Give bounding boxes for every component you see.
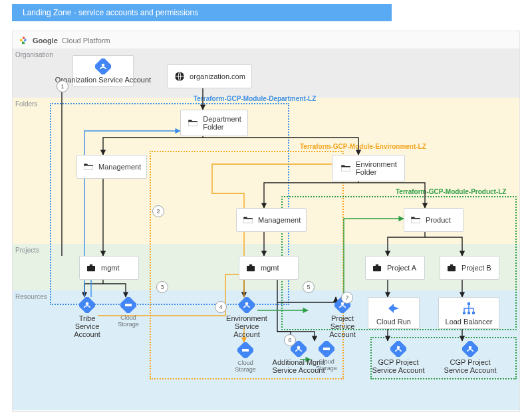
folder-icon bbox=[82, 161, 94, 173]
svg-rect-43 bbox=[467, 312, 470, 314]
load-balancer-icon bbox=[461, 300, 477, 316]
svg-rect-19 bbox=[87, 266, 95, 271]
project-icon bbox=[446, 262, 458, 274]
node-label: Product bbox=[426, 216, 451, 224]
folder-icon bbox=[410, 214, 422, 226]
module-label-department: Terraform-GCP-Module-Department-LZ bbox=[194, 95, 316, 102]
node-project-b: Project B bbox=[440, 256, 499, 280]
node-label: organization.com bbox=[190, 72, 245, 80]
node-label: Project A bbox=[387, 264, 416, 272]
node-label: Cloud Storage bbox=[316, 358, 337, 371]
step-5: 5 bbox=[303, 281, 315, 293]
gcp-logo-icon bbox=[18, 35, 29, 46]
node-label: Environment Service Account bbox=[223, 314, 271, 338]
node-label: Cloud Storage bbox=[118, 314, 139, 328]
svg-rect-42 bbox=[463, 312, 466, 314]
service-account-icon bbox=[79, 297, 95, 313]
node-label: Environment Folder bbox=[356, 160, 397, 176]
svg-rect-25 bbox=[448, 266, 456, 271]
node-cgp-project-sa: CGP Project Service Account bbox=[444, 341, 497, 374]
svg-rect-14 bbox=[189, 122, 198, 126]
node-label: CGP Project Service Account bbox=[444, 358, 497, 374]
folder-icon bbox=[242, 214, 254, 226]
service-account-icon bbox=[239, 297, 255, 313]
cloud-storage-icon bbox=[237, 342, 253, 358]
svg-rect-34 bbox=[242, 349, 249, 352]
node-mgmt-left: mgmt bbox=[79, 256, 139, 280]
node-project-a: Project A bbox=[365, 256, 425, 280]
node-load-balancer: Load Balancer bbox=[438, 297, 499, 329]
step-1: 1 bbox=[57, 80, 68, 92]
band-label-organisation: Organisation bbox=[15, 51, 53, 58]
service-account-icon bbox=[462, 341, 478, 357]
node-label: mgmt bbox=[261, 264, 279, 272]
gcp-header: Google Cloud Platform bbox=[18, 35, 110, 46]
node-gcp-project-sa: GCP Project Service Account bbox=[372, 341, 425, 374]
svg-point-46 bbox=[397, 346, 400, 350]
node-cloud-storage-left: Cloud Storage bbox=[112, 297, 144, 328]
node-label: mgmt bbox=[101, 264, 120, 272]
gcp-brand: Google bbox=[33, 37, 58, 45]
svg-point-48 bbox=[469, 346, 472, 350]
node-organization: organization.com bbox=[167, 64, 252, 88]
band-label-folders: Folders bbox=[15, 100, 37, 108]
gcp-product: Cloud Platform bbox=[62, 37, 110, 45]
service-account-icon bbox=[390, 341, 406, 357]
node-label: Tribe Service Account bbox=[66, 314, 108, 338]
node-cloud-storage-mid: Cloud Storage bbox=[229, 342, 261, 373]
node-organization-service-account: Organization Service Account bbox=[72, 55, 134, 87]
svg-point-12 bbox=[102, 64, 105, 67]
svg-rect-22 bbox=[249, 264, 253, 266]
band-label-resources: Resources bbox=[15, 293, 47, 300]
project-icon bbox=[85, 262, 97, 274]
node-project-sa: Project Service Account bbox=[319, 297, 366, 338]
svg-rect-18 bbox=[411, 219, 420, 223]
step-3: 3 bbox=[156, 281, 168, 293]
node-label: Project Service Account bbox=[319, 314, 366, 338]
svg-rect-20 bbox=[90, 264, 93, 266]
node-cloud-storage-right: Cloud Storage bbox=[311, 341, 342, 371]
module-label-product: Terraform-GCP-Module-Product-LZ bbox=[396, 188, 506, 195]
folder-icon bbox=[340, 162, 352, 174]
svg-rect-30 bbox=[125, 304, 132, 306]
cloud-storage-icon bbox=[120, 297, 136, 313]
folder-icon bbox=[187, 117, 199, 129]
project-icon bbox=[371, 262, 383, 274]
svg-rect-23 bbox=[373, 266, 381, 271]
svg-rect-26 bbox=[450, 264, 454, 266]
cloud-storage-icon bbox=[319, 341, 334, 357]
node-management-left: Management bbox=[76, 155, 147, 179]
node-mgmt-right: mgmt bbox=[239, 256, 299, 280]
node-tribe-sa: Tribe Service Account bbox=[66, 297, 108, 338]
node-label: Department Folder bbox=[203, 115, 241, 131]
node-label: Project B bbox=[462, 264, 491, 272]
node-department-folder: Department Folder bbox=[180, 110, 248, 136]
globe-icon bbox=[174, 70, 186, 82]
node-label: Cloud Run bbox=[376, 318, 411, 326]
node-label: Load Balancer bbox=[446, 318, 493, 326]
cloud-run-icon bbox=[386, 300, 402, 316]
node-label: Cloud Storage bbox=[235, 360, 256, 373]
node-label: Management bbox=[98, 163, 141, 171]
node-product-folder: Product bbox=[404, 208, 464, 232]
node-label: GCP Project Service Account bbox=[372, 358, 425, 374]
svg-rect-21 bbox=[247, 266, 255, 271]
svg-rect-24 bbox=[376, 264, 379, 266]
svg-rect-16 bbox=[341, 167, 350, 171]
project-icon bbox=[245, 262, 257, 274]
node-label: Organization Service Account bbox=[55, 76, 151, 84]
step-4: 4 bbox=[215, 301, 227, 313]
title-bar: Landing Zone - service accounts and perm… bbox=[12, 4, 392, 21]
node-env-sa: Environment Service Account bbox=[223, 297, 271, 338]
svg-point-36 bbox=[297, 346, 301, 350]
step-6: 6 bbox=[284, 334, 296, 346]
service-account-icon bbox=[95, 58, 111, 74]
band-label-projects: Projects bbox=[15, 247, 39, 254]
step-7: 7 bbox=[341, 292, 353, 304]
svg-rect-44 bbox=[472, 312, 475, 314]
node-cloud-run: Cloud Run bbox=[368, 297, 420, 329]
module-label-environment: Terraform-GCP-Module-Environment-LZ bbox=[300, 143, 426, 150]
node-label: Management bbox=[258, 216, 301, 224]
svg-rect-38 bbox=[323, 348, 330, 350]
svg-rect-41 bbox=[467, 302, 470, 305]
